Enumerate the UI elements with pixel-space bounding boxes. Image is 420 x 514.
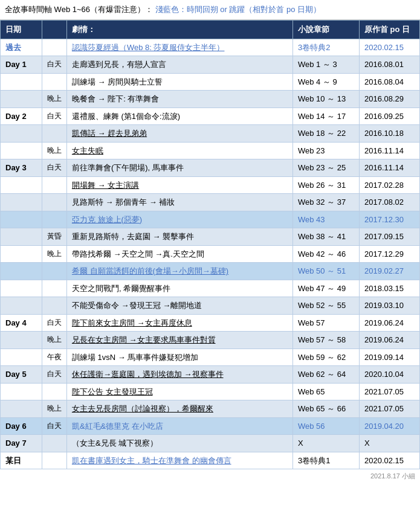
date-cell: 2016.11.14 bbox=[360, 142, 420, 159]
col-date: 日期 bbox=[1, 20, 42, 39]
chapter-cell: Web 57 bbox=[293, 314, 360, 332]
day-cell bbox=[1, 297, 42, 315]
day-cell bbox=[1, 280, 42, 297]
footer-note: 2021.8.17 小細 bbox=[0, 469, 420, 483]
chapter-cell: Web 56 bbox=[293, 417, 360, 435]
date-cell: 2020.10.04 bbox=[360, 366, 420, 384]
plot-cell: 還禮服、練舞 (第1個命令:流淚) bbox=[66, 108, 292, 125]
time-cell: 晚上 bbox=[42, 91, 66, 108]
time-cell bbox=[42, 383, 66, 400]
chapter-cell: Web 62 ～ 64 bbox=[293, 366, 360, 384]
time-cell: 晚上 bbox=[42, 332, 66, 349]
chapter-cell: Web 47 ～ 49 bbox=[293, 280, 360, 297]
time-cell: 白天 bbox=[42, 56, 66, 74]
day-cell bbox=[1, 383, 42, 400]
time-cell bbox=[42, 297, 66, 315]
chapter-cell: Web 32 ～ 37 bbox=[293, 194, 360, 211]
plot-cell: 陛下前來女主房間 →女主再度休息 bbox=[66, 314, 292, 332]
plot-cell: 陛下公告 女主發現王冠 bbox=[66, 383, 292, 400]
time-cell bbox=[42, 211, 66, 228]
time-cell bbox=[42, 452, 66, 469]
date-cell: X bbox=[360, 435, 420, 452]
plot-cell: 開場舞 → 女主演講 bbox=[66, 176, 292, 194]
chapter-cell: 3卷特典2 bbox=[293, 39, 360, 56]
date-cell: 2019.06.24 bbox=[360, 314, 420, 332]
date-cell: 2016.08.29 bbox=[360, 91, 420, 108]
date-cell: 2020.02.15 bbox=[360, 452, 420, 469]
time-cell: 白天 bbox=[42, 366, 66, 384]
plot-cell: 凱傳話 → 趕去見弟弟 bbox=[66, 125, 292, 143]
time-cell: 晚上 bbox=[42, 142, 66, 159]
date-cell: 2019.03.10 bbox=[360, 297, 420, 315]
chapter-cell: Web 23 ～ 25 bbox=[293, 159, 360, 177]
chapter-cell: Web 59 ～ 62 bbox=[293, 349, 360, 366]
chapter-cell: Web 18 ～ 22 bbox=[293, 125, 360, 143]
date-cell: 2016.08.04 bbox=[360, 73, 420, 91]
day-cell bbox=[1, 194, 42, 211]
day-cell bbox=[1, 73, 42, 91]
chapter-cell: Web 43 bbox=[293, 211, 360, 228]
plot-cell: 走廊遇到兄長，有戀人宣言 bbox=[66, 56, 292, 74]
plot-cell: 女主失眠 bbox=[66, 142, 292, 159]
time-cell: 白天 bbox=[42, 159, 66, 177]
header-note: 全故事時間軸 Web 1~66（有爆雷注意）： 淺藍色：時間回朔 or 跳躍（相… bbox=[0, 0, 420, 20]
time-cell: 晚上 bbox=[42, 400, 66, 418]
plot-cell: 希爾 自願當誘餌的前後(會場→小房間→墓碑) bbox=[66, 263, 292, 280]
date-cell: 2019.04.20 bbox=[360, 417, 420, 435]
date-cell: 2018.03.15 bbox=[360, 280, 420, 297]
day-cell: Day 5 bbox=[1, 366, 42, 384]
plot-cell: 兄長在女主房間 →女主要求馬車事件對質 bbox=[66, 332, 292, 349]
chapter-cell: Web 42 ～ 46 bbox=[293, 245, 360, 263]
plot-cell: 不能受傷命令 →發現王冠 →離開地道 bbox=[66, 297, 292, 315]
day-cell bbox=[1, 349, 42, 366]
col-origdate: 原作首 po 日 bbox=[360, 20, 420, 39]
date-cell: 2017.08.02 bbox=[360, 194, 420, 211]
header-legend: 淺藍色：時間回朔 or 跳躍（相對於首 po 日期） bbox=[155, 5, 321, 14]
date-cell: 2019.09.14 bbox=[360, 349, 420, 366]
day-cell: Day 7 bbox=[1, 435, 42, 452]
time-cell bbox=[42, 435, 66, 452]
chapter-cell: 3卷特典1 bbox=[293, 452, 360, 469]
day-cell bbox=[1, 263, 42, 280]
plot-cell: 認識莎夏經過（Web 8: 莎夏服侍女主半年） bbox=[66, 39, 292, 56]
chapter-cell: Web 52 ～ 55 bbox=[293, 297, 360, 315]
chapter-cell: Web 57 ～ 58 bbox=[293, 332, 360, 349]
day-cell: 某日 bbox=[1, 452, 42, 469]
chapter-cell: Web 26 ～ 31 bbox=[293, 176, 360, 194]
date-cell: 2020.02.15 bbox=[360, 39, 420, 56]
day-cell bbox=[1, 142, 42, 159]
time-cell: 黃昏 bbox=[42, 228, 66, 246]
day-cell bbox=[1, 176, 42, 194]
plot-cell: （女主&兄長 城下視察） bbox=[66, 435, 292, 452]
time-cell: 白天 bbox=[42, 417, 66, 435]
chapter-cell: X bbox=[293, 435, 360, 452]
col-chapter: 小說章節 bbox=[293, 20, 360, 39]
day-cell bbox=[1, 228, 42, 246]
header-title: 全故事時間軸 Web 1~66（有爆雷注意）： bbox=[5, 5, 153, 14]
chapter-cell: Web 10 ～ 13 bbox=[293, 91, 360, 108]
time-cell bbox=[42, 125, 66, 143]
day-cell: Day 4 bbox=[1, 314, 42, 332]
date-cell: 2016.11.14 bbox=[360, 159, 420, 177]
plot-cell: 休任護衛→逛庭園，遇到埃德加 →視察事件 bbox=[66, 366, 292, 384]
plot-cell: 凱在書庫遇到女主，騎士在準舞會 的幽會傳言 bbox=[66, 452, 292, 469]
plot-cell: 天空之間戰鬥, 希爾覺醒事件 bbox=[66, 280, 292, 297]
plot-cell: 亞力克 旅途上(惡夢) bbox=[66, 211, 292, 228]
plot-cell: 見路斯特 → 那個青年 → 補妝 bbox=[66, 194, 292, 211]
chapter-cell: Web 65 bbox=[293, 383, 360, 400]
time-cell bbox=[42, 176, 66, 194]
plot-cell: 凱&紅毛&德里克 在小吃店 bbox=[66, 417, 292, 435]
time-cell bbox=[42, 73, 66, 91]
plot-cell: 訓練場 → 房間與騎士立誓 bbox=[66, 73, 292, 91]
date-cell: 2017.09.15 bbox=[360, 228, 420, 246]
time-cell bbox=[42, 194, 66, 211]
day-cell: Day 3 bbox=[1, 159, 42, 177]
day-cell: Day 2 bbox=[1, 108, 42, 125]
day-cell: Day 1 bbox=[1, 56, 42, 74]
day-cell bbox=[1, 211, 42, 228]
date-cell: 2016.09.25 bbox=[360, 108, 420, 125]
time-cell bbox=[42, 263, 66, 280]
date-cell: 2021.07.05 bbox=[360, 400, 420, 418]
day-cell bbox=[1, 400, 42, 418]
time-cell bbox=[42, 39, 66, 56]
